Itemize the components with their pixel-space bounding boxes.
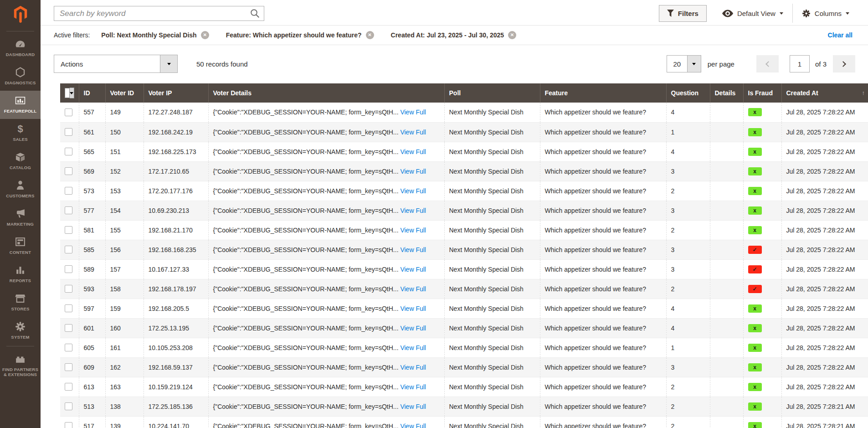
cell-id: 573 — [79, 181, 105, 201]
cell-voter-ip: 192.168.225.173 — [144, 142, 208, 161]
table-row: 581 155 192.168.21.170 {"Cookie":"XDEBUG… — [60, 220, 868, 240]
fraud-status-badge: x — [748, 324, 762, 332]
select-all-checkbox[interactable] — [65, 88, 70, 98]
column-header-voter-details[interactable]: Voter Details — [208, 83, 444, 103]
sidebar-item-marketing[interactable]: MARKETING — [0, 204, 41, 232]
cell-details — [710, 416, 743, 428]
remove-filter-icon[interactable]: ✕ — [508, 31, 516, 39]
column-header-details[interactable]: Details — [710, 83, 743, 103]
row-checkbox[interactable] — [65, 246, 72, 253]
sidebar-item-catalog[interactable]: CATALOG — [0, 147, 41, 175]
view-full-link[interactable]: View Full — [400, 227, 426, 234]
search-input[interactable] — [54, 6, 246, 21]
column-header-id[interactable]: ID — [79, 83, 105, 103]
cell-voter-details: {"Cookie":"XDEBUG_SESSION=YOUR-NAME; for… — [208, 240, 444, 259]
sidebar-item-system[interactable]: SYSTEM — [0, 317, 41, 345]
sidebar-item-content[interactable]: CONTENT — [0, 232, 41, 260]
row-checkbox[interactable] — [65, 304, 72, 312]
cell-details — [710, 279, 743, 299]
reports-icon — [15, 264, 26, 276]
cell-feature: Which appetizer should we feature? — [540, 142, 666, 161]
view-full-link[interactable]: View Full — [400, 148, 426, 155]
view-full-link[interactable]: View Full — [400, 246, 426, 253]
column-header-poll[interactable]: Poll — [444, 83, 540, 103]
chevron-down-icon — [846, 12, 849, 15]
view-full-link[interactable]: View Full — [400, 403, 426, 410]
column-header-created-at[interactable]: Created At ↑ — [781, 83, 868, 103]
cell-feature: Which appetizer should we feature? — [540, 397, 666, 416]
cell-question: 2 — [666, 416, 710, 428]
cell-created-at: Jul 28, 2025 7:28:22 AM — [781, 240, 868, 259]
search-button[interactable] — [246, 6, 264, 21]
row-checkbox[interactable] — [65, 422, 72, 428]
row-checkbox[interactable] — [65, 206, 72, 214]
filters-button[interactable]: Filters — [659, 5, 707, 22]
sidebar-item-reports[interactable]: REPORTS — [0, 260, 41, 289]
column-header-question[interactable]: Question — [666, 83, 710, 103]
remove-filter-icon[interactable]: ✕ — [201, 31, 209, 39]
row-checkbox[interactable] — [65, 265, 72, 273]
cell-poll: Next Monthly Special Dish — [444, 122, 540, 142]
row-checkbox[interactable] — [65, 285, 72, 293]
sidebar-item-dashboard[interactable]: DASHBOARD — [0, 34, 41, 62]
magento-logo[interactable] — [0, 0, 41, 30]
actions-select[interactable]: Actions — [54, 55, 178, 73]
view-full-link[interactable]: View Full — [400, 325, 426, 332]
cell-is-fraud: x — [743, 220, 781, 240]
select-all-dropdown[interactable] — [70, 88, 74, 98]
view-full-link[interactable]: View Full — [400, 266, 426, 273]
cell-is-fraud: x — [743, 338, 781, 357]
row-checkbox[interactable] — [65, 128, 72, 136]
columns-button[interactable]: Columns — [795, 5, 857, 22]
view-full-link[interactable]: View Full — [400, 364, 426, 371]
remove-filter-icon[interactable]: ✕ — [366, 31, 374, 39]
row-checkbox[interactable] — [65, 402, 72, 410]
per-page-select[interactable]: 20 — [667, 55, 701, 72]
sidebar-item-customers[interactable]: CUSTOMERS — [0, 175, 41, 204]
previous-page-button[interactable] — [756, 55, 779, 72]
view-full-link[interactable]: View Full — [400, 344, 426, 351]
sidebar-item-featurepoll[interactable]: FEATUREPOLL — [0, 91, 41, 119]
cell-created-at: Jul 28, 2025 7:28:22 AM — [781, 299, 868, 318]
cell-voter-id: 161 — [105, 338, 144, 357]
view-full-link[interactable]: View Full — [400, 423, 426, 428]
cell-details — [710, 201, 743, 220]
column-header-voter-ip[interactable]: Voter IP — [144, 83, 208, 103]
row-checkbox[interactable] — [65, 344, 72, 351]
cell-created-at: Jul 28, 2025 7:28:21 AM — [781, 397, 868, 416]
cell-id: 569 — [79, 161, 105, 181]
row-checkbox[interactable] — [65, 226, 72, 234]
cell-poll: Next Monthly Special Dish — [444, 357, 540, 377]
view-full-link[interactable]: View Full — [400, 305, 426, 312]
view-full-link[interactable]: View Full — [400, 129, 426, 136]
current-page-input[interactable] — [790, 55, 810, 72]
column-header-voter-id[interactable]: Voter ID — [105, 83, 144, 103]
row-checkbox[interactable] — [65, 167, 72, 175]
clear-all-filters-link[interactable]: Clear all — [825, 31, 855, 39]
sidebar-item-find-partners[interactable]: FIND PARTNERS & EXTENSIONS — [0, 349, 41, 381]
row-checkbox[interactable] — [65, 363, 72, 371]
row-checkbox[interactable] — [65, 108, 72, 116]
sidebar-item-stores[interactable]: STORES — [0, 289, 41, 317]
next-page-button[interactable] — [833, 55, 855, 72]
default-view-button[interactable]: Default View — [715, 5, 791, 22]
sidebar-item-diagnostics[interactable]: DIAGNOSTICS — [0, 62, 41, 91]
row-checkbox[interactable] — [65, 148, 72, 155]
fraud-status-badge: x — [748, 206, 762, 215]
column-header-feature[interactable]: Feature — [540, 83, 666, 103]
view-full-link[interactable]: View Full — [400, 168, 426, 175]
row-checkbox[interactable] — [65, 324, 72, 332]
cell-voter-id: 156 — [105, 240, 144, 259]
sales-icon: $ — [15, 123, 26, 134]
view-full-link[interactable]: View Full — [400, 207, 426, 214]
fraud-status-badge: ✓ — [748, 265, 762, 273]
column-header-is-fraud[interactable]: Is Fraud — [743, 83, 781, 103]
cell-voter-ip: 172.25.185.136 — [144, 397, 208, 416]
row-checkbox[interactable] — [65, 187, 72, 195]
view-full-link[interactable]: View Full — [400, 187, 426, 195]
view-full-link[interactable]: View Full — [400, 108, 426, 116]
row-checkbox[interactable] — [65, 383, 72, 391]
view-full-link[interactable]: View Full — [400, 285, 426, 293]
view-full-link[interactable]: View Full — [400, 383, 426, 391]
sidebar-item-sales[interactable]: $ SALES — [0, 119, 41, 147]
